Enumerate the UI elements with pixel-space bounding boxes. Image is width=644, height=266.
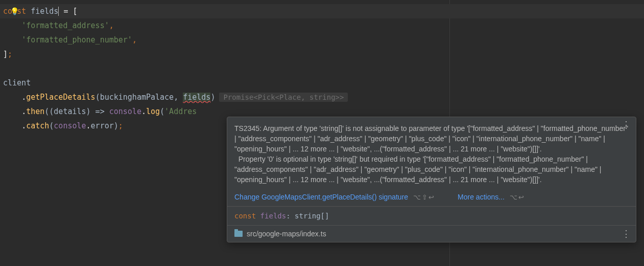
error-text-2: Property '0' is optional in type 'string… (234, 154, 629, 185)
punct: ) (114, 121, 118, 130)
inlay-hint: Promise<Pick<Place, string>> (219, 93, 348, 102)
string: 'formatted_phone_number' (21, 35, 132, 45)
error-span[interactable]: fields (183, 93, 210, 102)
shortcut-hint: ⌥↩ (510, 193, 525, 201)
punct: ; (8, 50, 12, 59)
punct: . (86, 121, 91, 130)
code-editor[interactable]: 💡 const fields = [ 'formatted_address', … (0, 0, 644, 133)
folder-icon (234, 231, 243, 237)
method: log (146, 107, 160, 116)
action-change-signature[interactable]: Change GoogleMapsClient.getPlaceDetails(… (234, 193, 408, 201)
args: ) (210, 93, 215, 102)
type-colon: : (286, 212, 295, 220)
punct: ( (160, 107, 164, 116)
punct: , (109, 21, 114, 30)
method: getPlaceDetails (26, 93, 95, 102)
string: 'Addres (164, 107, 197, 116)
tooltip-message: ⋮ TS2345: Argument of type 'string[]' is… (227, 117, 636, 190)
punct: . (21, 121, 26, 130)
type-keyword: const (234, 212, 256, 220)
error-text-1: TS2345: Argument of type 'string[]' is n… (234, 123, 629, 154)
identifier: console (109, 107, 141, 116)
action-more[interactable]: More actions... (458, 193, 505, 201)
code-line[interactable]: client (0, 76, 644, 90)
code-line[interactable]: .getPlaceDetails(buckinghamPalace, field… (0, 90, 644, 104)
code-line[interactable]: 'formatted_phone_number', (0, 33, 644, 47)
punct: ( (49, 121, 54, 130)
tooltip-more-icon[interactable]: ⋮ (622, 122, 631, 127)
intention-bulb-icon[interactable]: 💡 (10, 4, 19, 18)
tooltip-footer-more-icon[interactable]: ⋮ (622, 231, 631, 236)
identifier: error (91, 121, 114, 130)
args: ((details) => (44, 107, 109, 116)
type-identifier: fields (260, 212, 287, 220)
identifier: console (54, 121, 86, 130)
code-line[interactable]: 'formatted_address', (0, 18, 644, 33)
code-line[interactable] (0, 61, 644, 76)
identifier: fields (31, 7, 59, 16)
punct: ] (3, 50, 8, 59)
code-line[interactable]: ]; (0, 47, 644, 61)
code-line[interactable]: const fields = [ (0, 4, 644, 18)
tooltip-actions: Change GoogleMapsClient.getPlaceDetails(… (227, 190, 636, 206)
args: (buckinghamPalace, (96, 93, 183, 102)
tooltip-type-info: const fields: string[] (227, 206, 636, 225)
tooltip-footer: src/google-maps/index.ts ⋮ (227, 225, 636, 242)
shortcut-hint: ⌥⇧↩ (413, 193, 435, 201)
error-tooltip: ⋮ TS2345: Argument of type 'string[]' is… (227, 117, 636, 242)
identifier: client (3, 78, 31, 87)
punct: ; (118, 121, 123, 130)
method: catch (26, 121, 49, 130)
method: then (26, 107, 44, 116)
type-name: string[] (295, 212, 329, 220)
punct: . (21, 93, 26, 102)
punct: . (21, 107, 26, 116)
string: 'formatted_address' (21, 21, 109, 30)
punct: = [ (59, 7, 77, 16)
punct: , (132, 35, 137, 45)
file-path: src/google-maps/index.ts (247, 230, 326, 238)
punct: . (141, 107, 146, 116)
